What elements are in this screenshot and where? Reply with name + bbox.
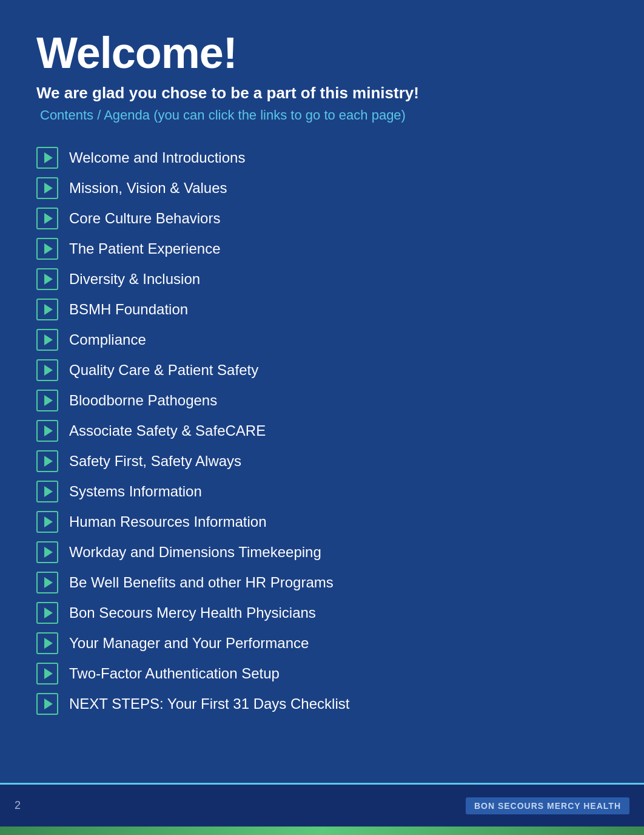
- agenda-item-14[interactable]: Workday and Dimensions Timekeeping: [36, 538, 608, 567]
- agenda-item-label-17: Your Manager and Your Performance: [69, 634, 309, 652]
- agenda-item-label-19: NEXT STEPS: Your First 31 Days Checklist: [69, 694, 349, 713]
- play-icon-1: [36, 147, 58, 169]
- agenda-item-label-9: Bloodborne Pathogens: [69, 391, 217, 410]
- play-icon-12: [36, 481, 58, 502]
- play-icon-5: [36, 268, 58, 290]
- agenda-item-16[interactable]: Bon Secours Mercy Health Physicians: [36, 598, 608, 627]
- footer-logo: BON SECOURS MERCY HEALTH: [466, 797, 629, 814]
- agenda-item-label-7: Compliance: [69, 330, 146, 349]
- play-icon-7: [36, 329, 58, 351]
- agenda-item-label-3: Core Culture Behaviors: [69, 209, 220, 228]
- play-icon-18: [36, 663, 58, 685]
- page-title: Welcome!: [36, 29, 608, 77]
- logo-text: BON SECOURS MERCY HEALTH: [474, 801, 621, 811]
- play-icon-2: [36, 177, 58, 199]
- agenda-item-label-18: Two-Factor Authentication Setup: [69, 664, 280, 683]
- agenda-item-15[interactable]: Be Well Benefits and other HR Programs: [36, 568, 608, 597]
- agenda-item-12[interactable]: Systems Information: [36, 477, 608, 506]
- play-icon-6: [36, 299, 58, 320]
- agenda-item-label-13: Human Resources Information: [69, 512, 266, 531]
- agenda-item-6[interactable]: BSMH Foundation: [36, 295, 608, 324]
- agenda-item-4[interactable]: The Patient Experience: [36, 234, 608, 263]
- agenda-item-label-16: Bon Secours Mercy Health Physicians: [69, 603, 316, 622]
- play-icon-15: [36, 572, 58, 593]
- agenda-item-18[interactable]: Two-Factor Authentication Setup: [36, 659, 608, 688]
- logo-bar: BON SECOURS MERCY HEALTH: [466, 797, 629, 814]
- subtitle: We are glad you chose to be a part of th…: [36, 83, 608, 104]
- agenda-item-label-6: BSMH Foundation: [69, 300, 188, 319]
- agenda-item-9[interactable]: Bloodborne Pathogens: [36, 386, 608, 415]
- play-icon-13: [36, 511, 58, 533]
- play-icon-19: [36, 693, 58, 715]
- agenda-item-17[interactable]: Your Manager and Your Performance: [36, 629, 608, 658]
- play-icon-10: [36, 420, 58, 442]
- play-icon-4: [36, 238, 58, 260]
- footer: 2 BON SECOURS MERCY HEALTH: [0, 783, 644, 827]
- agenda-item-19[interactable]: NEXT STEPS: Your First 31 Days Checklist: [36, 689, 608, 718]
- agenda-item-label-10: Associate Safety & SafeCARE: [69, 421, 266, 440]
- agenda-item-label-15: Be Well Benefits and other HR Programs: [69, 573, 334, 592]
- agenda-item-5[interactable]: Diversity & Inclusion: [36, 265, 608, 294]
- agenda-item-2[interactable]: Mission, Vision & Values: [36, 174, 608, 203]
- slide-main: Welcome! We are glad you chose to be a p…: [0, 0, 644, 783]
- agenda-item-label-8: Quality Care & Patient Safety: [69, 360, 258, 379]
- agenda-list: Welcome and IntroductionsMission, Vision…: [36, 143, 608, 718]
- agenda-item-label-14: Workday and Dimensions Timekeeping: [69, 543, 321, 561]
- agenda-item-label-5: Diversity & Inclusion: [69, 269, 200, 288]
- green-bar-bottom: [0, 827, 644, 835]
- agenda-item-13[interactable]: Human Resources Information: [36, 507, 608, 536]
- agenda-item-10[interactable]: Associate Safety & SafeCARE: [36, 416, 608, 445]
- agenda-item-11[interactable]: Safety First, Safety Always: [36, 447, 608, 476]
- page-number: 2: [15, 799, 21, 812]
- play-icon-3: [36, 208, 58, 229]
- agenda-item-label-11: Safety First, Safety Always: [69, 451, 241, 470]
- agenda-item-label-12: Systems Information: [69, 482, 202, 501]
- agenda-item-label-2: Mission, Vision & Values: [69, 178, 227, 197]
- agenda-item-1[interactable]: Welcome and Introductions: [36, 143, 608, 172]
- play-icon-8: [36, 359, 58, 381]
- play-icon-9: [36, 390, 58, 411]
- play-icon-16: [36, 602, 58, 624]
- agenda-item-label-1: Welcome and Introductions: [69, 148, 245, 167]
- play-icon-17: [36, 632, 58, 654]
- play-icon-14: [36, 541, 58, 563]
- agenda-item-label-4: The Patient Experience: [69, 239, 220, 258]
- agenda-item-8[interactable]: Quality Care & Patient Safety: [36, 356, 608, 385]
- contents-label: Contents / Agenda (you can click the lin…: [36, 106, 608, 125]
- agenda-item-7[interactable]: Compliance: [36, 325, 608, 354]
- agenda-item-3[interactable]: Core Culture Behaviors: [36, 204, 608, 233]
- play-icon-11: [36, 450, 58, 472]
